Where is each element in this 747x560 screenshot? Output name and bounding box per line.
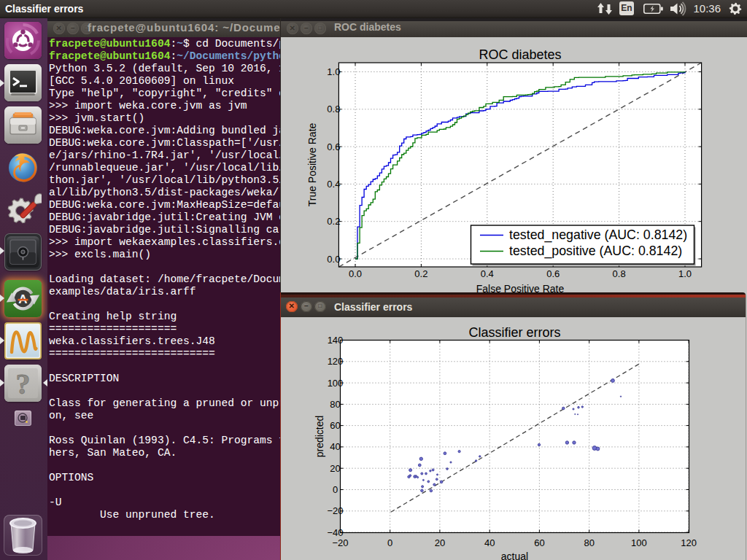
svg-text:0.2: 0.2 bbox=[327, 216, 340, 227]
svg-text:0.0: 0.0 bbox=[349, 268, 362, 279]
svg-text:−20: −20 bbox=[332, 537, 348, 548]
svg-text:100: 100 bbox=[631, 537, 647, 548]
svg-text:predicted: predicted bbox=[314, 416, 325, 458]
svg-text:tested_negative (AUC: 0.8142): tested_negative (AUC: 0.8142) bbox=[509, 228, 687, 243]
svg-text:0.6: 0.6 bbox=[546, 268, 560, 279]
svg-text:0.4: 0.4 bbox=[327, 179, 340, 190]
svg-text:0.8: 0.8 bbox=[613, 268, 626, 279]
svg-text:140: 140 bbox=[328, 335, 344, 346]
svg-text:80: 80 bbox=[584, 537, 594, 548]
svg-text:40: 40 bbox=[484, 537, 495, 548]
svg-text:1.0: 1.0 bbox=[327, 66, 340, 77]
svg-text:True Positive Rate: True Positive Rate bbox=[306, 122, 318, 206]
svg-text:60: 60 bbox=[330, 420, 340, 431]
svg-text:actual: actual bbox=[501, 551, 528, 560]
svg-text:100: 100 bbox=[328, 378, 344, 389]
svg-text:120: 120 bbox=[681, 537, 697, 548]
svg-text:ROC diabetes: ROC diabetes bbox=[479, 47, 561, 62]
svg-text:80: 80 bbox=[330, 399, 340, 410]
svg-text:−40: −40 bbox=[327, 527, 343, 538]
svg-text:tested_positive (AUC: 0.8142): tested_positive (AUC: 0.8142) bbox=[509, 244, 682, 259]
svg-text:−20: −20 bbox=[327, 505, 343, 516]
svg-text:20: 20 bbox=[330, 463, 340, 474]
svg-text:20: 20 bbox=[435, 537, 445, 548]
svg-text:?: ? bbox=[16, 368, 31, 400]
svg-text:0.4: 0.4 bbox=[481, 268, 494, 279]
svg-text:0: 0 bbox=[387, 537, 392, 548]
svg-text:0.8: 0.8 bbox=[327, 104, 340, 114]
svg-text:120: 120 bbox=[328, 356, 344, 367]
svg-text:1.0: 1.0 bbox=[678, 268, 692, 279]
svg-text:0.2: 0.2 bbox=[414, 268, 427, 279]
svg-text:Classifier errors: Classifier errors bbox=[468, 325, 560, 340]
svg-text:0: 0 bbox=[333, 484, 338, 495]
svg-text:0.6: 0.6 bbox=[327, 141, 340, 152]
svg-text:40: 40 bbox=[330, 441, 340, 452]
svg-text:60: 60 bbox=[534, 537, 544, 548]
svg-text:0.0: 0.0 bbox=[327, 254, 340, 265]
